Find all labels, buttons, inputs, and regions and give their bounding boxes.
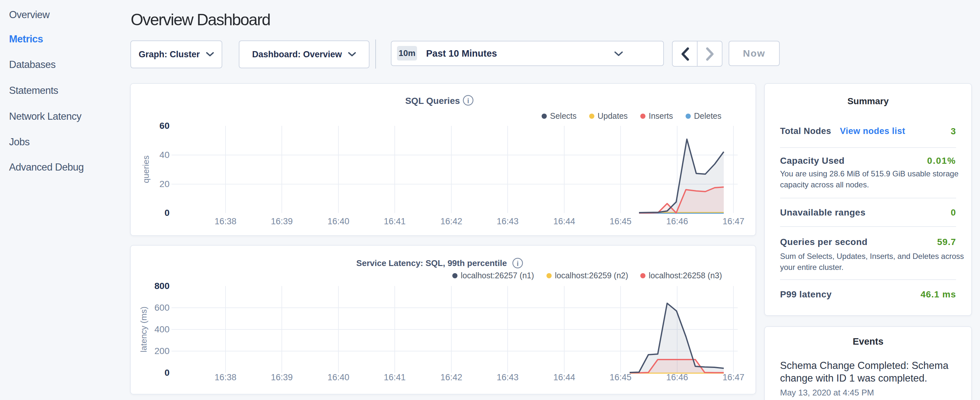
svg-text:16:41: 16:41 (384, 373, 406, 382)
svg-text:latency (ms): latency (ms) (139, 306, 148, 352)
svg-text:16:47: 16:47 (722, 373, 745, 382)
svg-text:localhost:26257 (n1): localhost:26257 (n1) (461, 271, 534, 280)
svg-text:16:40: 16:40 (328, 217, 349, 226)
svg-text:0: 0 (164, 208, 170, 218)
svg-text:16:42: 16:42 (440, 373, 462, 382)
svg-text:16:46: 16:46 (666, 373, 688, 382)
svg-text:16:40: 16:40 (328, 373, 349, 382)
svg-text:16:47: 16:47 (722, 217, 745, 226)
svg-text:16:41: 16:41 (384, 217, 406, 226)
svg-text:Selects: Selects (550, 112, 576, 120)
svg-text:600: 600 (154, 303, 170, 312)
svg-text:Inserts: Inserts (649, 112, 673, 120)
svg-text:60: 60 (159, 121, 170, 131)
svg-text:16:39: 16:39 (271, 373, 293, 382)
svg-text:16:43: 16:43 (496, 373, 519, 382)
svg-text:16:38: 16:38 (215, 373, 237, 382)
svg-text:i: i (467, 97, 469, 105)
svg-text:16:45: 16:45 (609, 217, 632, 226)
svg-text:16:39: 16:39 (271, 217, 293, 226)
svg-text:SQL Queries: SQL Queries (405, 96, 460, 106)
svg-text:localhost:26258 (n3): localhost:26258 (n3) (649, 271, 722, 280)
svg-text:16:42: 16:42 (440, 217, 462, 226)
svg-text:200: 200 (154, 346, 170, 356)
svg-text:16:44: 16:44 (553, 217, 575, 226)
svg-text:16:46: 16:46 (666, 217, 688, 226)
svg-text:Service Latency: SQL, 99th per: Service Latency: SQL, 99th percentile (356, 258, 507, 268)
svg-text:40: 40 (159, 150, 170, 160)
svg-text:Deletes: Deletes (694, 112, 721, 120)
svg-text:800: 800 (154, 281, 170, 291)
svg-text:16:44: 16:44 (553, 373, 575, 382)
svg-text:Updates: Updates (598, 112, 628, 120)
svg-text:16:38: 16:38 (215, 217, 237, 226)
svg-text:20: 20 (159, 179, 170, 189)
svg-text:16:43: 16:43 (496, 217, 519, 226)
svg-text:localhost:26259 (n2): localhost:26259 (n2) (555, 271, 628, 280)
svg-text:0: 0 (164, 368, 170, 378)
svg-text:i: i (517, 260, 519, 268)
svg-text:queries: queries (141, 155, 151, 183)
svg-text:400: 400 (154, 324, 170, 334)
svg-text:16:45: 16:45 (609, 373, 632, 382)
